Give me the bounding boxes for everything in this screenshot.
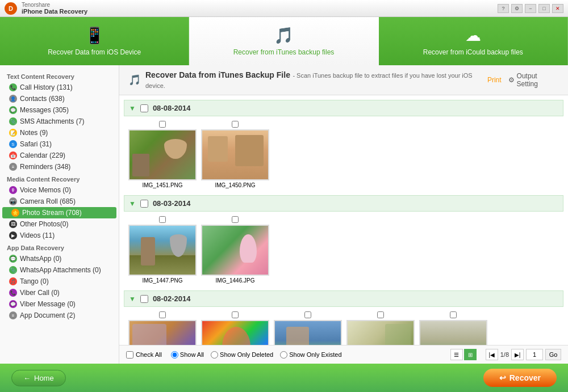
photo-item-p4[interactable]: IMG_1446.JPG [201, 216, 269, 284]
sidebar-item-other-photos[interactable]: 🖼 Other Photos(0) [0, 218, 119, 230]
photo-name-p4: IMG_1446.JPG [216, 277, 255, 284]
date-checkbox-3[interactable] [140, 295, 148, 303]
photo-checkbox-p9[interactable] [450, 311, 457, 318]
list-view-button[interactable]: ☰ [450, 349, 463, 360]
sidebar-item-messages[interactable]: 💬 Messages (305) [0, 104, 119, 116]
close-button[interactable]: ✕ [552, 4, 563, 13]
header-title: Recover Data from iTunes Backup File [145, 70, 290, 79]
photo-item-p5[interactable]: IMG_1440.PNG [128, 311, 197, 345]
sidebar-item-whatsapp[interactable]: 💬 WhatsApp (0) [0, 253, 119, 264]
photo-thumb-p3 [128, 225, 197, 276]
sidebar-item-photo-stream[interactable]: 🌟 Photo Stream (708) [2, 207, 116, 218]
sidebar-item-safari[interactable]: S Safari (31) [0, 138, 119, 150]
sidebar-item-contacts[interactable]: 👤 Contacts (638) [0, 93, 119, 104]
photo-checkbox-p8[interactable] [377, 311, 384, 318]
show-deleted-radio[interactable] [211, 351, 218, 359]
header-left: 🎵 Recover Data from iTunes Backup File -… [128, 70, 487, 90]
sidebar-item-camera-roll[interactable]: 📷 Camera Roll (685) [0, 196, 119, 207]
photo-item-p1[interactable]: IMG_1451.PNG [128, 121, 197, 188]
photo-checkbox-p7[interactable] [304, 311, 311, 318]
first-page-button[interactable]: |◀ [486, 349, 498, 360]
photo-checkbox-p3[interactable] [159, 216, 166, 223]
show-all-option[interactable]: Show All [171, 351, 204, 359]
tab-ios-device[interactable]: 📱 Recover Data from iOS Device [0, 17, 189, 65]
date-header-2: ▼ 08-03-2014 [124, 195, 563, 212]
go-button[interactable]: Go [545, 349, 561, 360]
photo-item-p8[interactable]: IMG_1443.JPG [346, 311, 415, 345]
sidebar-item-sms-attachments[interactable]: 📎 SMS Attachments (7) [0, 116, 119, 127]
sidebar-item-viber-call[interactable]: 📞 Viber Call (0) [0, 287, 119, 298]
view-toggles: ☰ ⊞ [450, 349, 477, 360]
tab-itunes[interactable]: 🎵 Recover from iTunes backup files [189, 17, 378, 65]
maximize-button[interactable]: □ [538, 4, 550, 13]
photo-checkbox-p1[interactable] [159, 121, 166, 128]
videos-label: Videos (11) [20, 231, 114, 239]
show-deleted-option[interactable]: Show Only Deleted [211, 351, 273, 359]
date-checkbox-1[interactable] [140, 104, 148, 112]
page-number-input[interactable] [526, 349, 543, 360]
recover-label: Recover [509, 373, 541, 382]
collapse-arrow-3[interactable]: ▼ [129, 295, 136, 303]
sidebar-item-call-history[interactable]: 📞 Call History (131) [0, 82, 119, 93]
sidebar-item-voice-memos[interactable]: 🎙 Voice Memos (0) [0, 184, 119, 196]
tab-icloud-label: Recover from iCould backup files [423, 48, 523, 56]
calendar-icon: 📅 [9, 151, 17, 159]
settings-button[interactable]: ⚙ [511, 4, 523, 13]
footer: ← Home ↩ Recover [0, 364, 568, 392]
page-navigation: |◀ 1/8 ▶| Go [486, 349, 561, 360]
grid-view-button[interactable]: ⊞ [464, 349, 477, 360]
output-setting-button[interactable]: ⚙ Output Setting [508, 72, 559, 88]
date-header-1: ▼ 08-08-2014 [124, 100, 563, 116]
show-all-label: Show All [180, 351, 204, 358]
photo-thumb-p9 [419, 320, 487, 345]
photo-item-p9[interactable]: IMG_1444.JPG [419, 311, 487, 345]
sidebar-item-tango[interactable]: 🎵 Tango (0) [0, 276, 119, 287]
app-title: iPhone Data Recovery [22, 8, 87, 15]
calendar-label: Calendar (229) [20, 151, 114, 159]
photo-item-p3[interactable]: IMG_1447.PNG [128, 216, 197, 284]
photo-checkbox-p2[interactable] [232, 121, 239, 128]
show-existed-radio[interactable] [280, 351, 287, 359]
whatsapp-attachments-label: WhatsApp Attachments (0) [20, 266, 114, 274]
viber-message-icon: 💬 [9, 300, 17, 308]
print-button[interactable]: Print [487, 76, 502, 84]
photo-checkbox-p5[interactable] [159, 311, 166, 318]
last-page-button[interactable]: ▶| [511, 349, 524, 360]
photo-item-p7[interactable]: IMG_1442.JPG [274, 311, 342, 345]
collapse-arrow-1[interactable]: ▼ [129, 104, 136, 112]
photo-checkbox-p6[interactable] [232, 311, 239, 318]
safari-icon: S [9, 140, 17, 148]
sidebar: Text Content Recovery 📞 Call History (13… [0, 65, 119, 364]
sidebar-item-videos[interactable]: ▶ Videos (11) [0, 230, 119, 241]
photo-checkbox-p4[interactable] [232, 216, 239, 223]
sidebar-item-notes[interactable]: 📝 Notes (9) [0, 127, 119, 138]
photo-item-p6[interactable]: IMG_1441.JPG [201, 311, 269, 345]
voice-memos-label: Voice Memos (0) [20, 186, 114, 194]
sidebar-item-calendar[interactable]: 📅 Calendar (229) [0, 150, 119, 161]
collapse-arrow-2[interactable]: ▼ [129, 200, 136, 208]
recover-button[interactable]: ↩ Recover [483, 369, 557, 387]
sidebar-item-reminders[interactable]: ≡ Reminders (348) [0, 161, 119, 172]
home-label: Home [34, 374, 54, 382]
tango-label: Tango (0) [20, 277, 114, 285]
photo-item-p2[interactable]: IMG_1450.PNG [201, 121, 269, 188]
show-existed-option[interactable]: Show Only Existed [280, 351, 341, 359]
date-checkbox-2[interactable] [140, 200, 148, 208]
minimize-button[interactable]: − [525, 4, 536, 13]
show-all-radio[interactable] [171, 351, 178, 359]
sidebar-item-viber-message[interactable]: 💬 Viber Message (0) [0, 298, 119, 310]
section-header-text: Text Content Recovery [0, 70, 119, 82]
window-controls: ? ⚙ − □ ✕ [498, 4, 563, 13]
photo-thumb-p2 [201, 129, 269, 180]
sidebar-item-app-document[interactable]: ≡ App Document (2) [0, 310, 119, 321]
title-bar: D Tenorshare iPhone Data Recovery ? ⚙ − … [0, 0, 568, 17]
show-existed-label: Show Only Existed [289, 351, 341, 358]
help-button[interactable]: ? [498, 4, 509, 13]
header-right: Print ⚙ Output Setting [487, 72, 559, 88]
tab-icloud[interactable]: ☁ Recover from iCould backup files [379, 17, 568, 65]
check-all-checkbox[interactable] [126, 351, 133, 359]
home-button[interactable]: ← Home [11, 370, 66, 386]
voice-memos-icon: 🎙 [9, 186, 17, 194]
photo-thumb-p5 [128, 320, 197, 345]
sidebar-item-whatsapp-attachments[interactable]: 📎 WhatsApp Attachments (0) [0, 264, 119, 276]
